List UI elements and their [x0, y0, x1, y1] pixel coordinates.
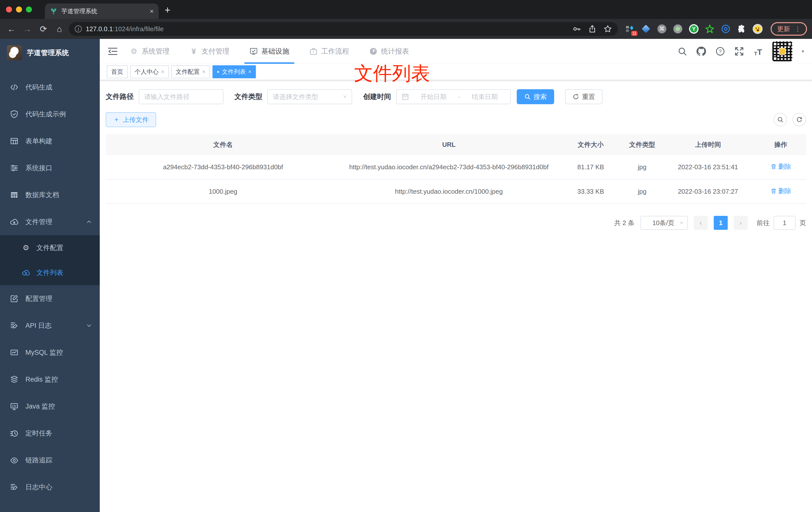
sidebar-item-label: 定时任务: [25, 429, 52, 438]
tab-close-icon[interactable]: ×: [150, 7, 154, 15]
nav-workflow[interactable]: 工作流程: [309, 39, 349, 64]
bookmark-star-icon[interactable]: [604, 25, 612, 33]
sidebar-item-api-log[interactable]: API 日志: [0, 312, 100, 339]
extension-badge: 11: [631, 31, 637, 36]
select-placeholder: 请选择文件类型: [273, 92, 343, 101]
avatar[interactable]: [772, 41, 792, 61]
column-header-url: URL: [340, 134, 557, 155]
top-nav: ⚙ 系统管理 ¥ 支付管理 基础设施: [130, 39, 409, 64]
date-range-picker[interactable]: 开始日期 - 结束日期: [396, 89, 511, 104]
nav-reports[interactable]: 统计报表: [369, 39, 409, 64]
sidebar-item-file-management[interactable]: 文件管理: [0, 208, 100, 235]
sidebar-item-redis-monitor[interactable]: Redis 监控: [0, 366, 100, 393]
fullscreen-icon[interactable]: [734, 47, 744, 56]
tag-close-icon[interactable]: ×: [248, 68, 251, 75]
goto-page-input[interactable]: [774, 216, 795, 230]
page-number-active[interactable]: 1: [714, 216, 728, 230]
y-logo-extension-icon[interactable]: Y: [689, 24, 699, 34]
sidebar-item-code-generation[interactable]: 代码生成: [0, 74, 100, 101]
close-window-button[interactable]: [6, 6, 12, 12]
calendar-icon: [402, 93, 409, 100]
tab-manager-extension-icon[interactable]: 11: [625, 24, 635, 34]
forward-icon[interactable]: →: [21, 23, 34, 35]
collapse-sidebar-icon[interactable]: [108, 47, 119, 56]
end-date-placeholder[interactable]: 结束日期: [464, 92, 505, 101]
nav-payment-management[interactable]: ¥ 支付管理: [190, 39, 229, 64]
delete-button[interactable]: 删除: [770, 186, 791, 196]
tag-close-icon[interactable]: ×: [202, 68, 205, 75]
password-key-icon[interactable]: [573, 25, 581, 33]
reset-button[interactable]: 重置: [565, 89, 603, 104]
recorder-extension-icon[interactable]: [673, 24, 683, 34]
cell-file-size: 33.33 KB: [557, 180, 624, 203]
share-icon[interactable]: [588, 25, 597, 33]
tag-file-config[interactable]: 文件配置 ×: [171, 65, 210, 78]
sidebar-item-form-builder[interactable]: 表单构建: [0, 128, 100, 155]
search-button[interactable]: 搜索: [517, 89, 554, 104]
sidebar-logo[interactable]: 芋道管理系统: [0, 39, 100, 67]
sidebar-item-log-center[interactable]: 日志中心: [0, 474, 100, 501]
sidebar-item-label: 代码生成示例: [25, 110, 66, 119]
font-size-icon[interactable]: TT: [753, 47, 763, 56]
sidebar-item-file-config[interactable]: ⚙ 文件配置: [0, 235, 100, 260]
sidebar-item-db-doc[interactable]: 数据库文档: [0, 181, 100, 208]
header-actions: ? TT ▾: [677, 41, 804, 61]
start-date-placeholder[interactable]: 开始日期: [413, 92, 454, 101]
refresh-table-button[interactable]: [792, 113, 806, 126]
browser-update-button[interactable]: 更新 ⋮: [771, 22, 807, 36]
github-icon[interactable]: [697, 47, 706, 56]
sidebar-item-system-api[interactable]: 系统接口: [0, 155, 100, 181]
sidebar-item-mysql-monitor[interactable]: MySQL 监控: [0, 339, 100, 366]
sidebar-item-file-list[interactable]: 文件列表: [0, 260, 100, 285]
avatar-caret-icon[interactable]: ▾: [802, 49, 804, 54]
nav-infrastructure[interactable]: 基础设施: [250, 39, 289, 64]
new-tab-button[interactable]: +: [165, 3, 170, 17]
minimize-window-button[interactable]: [16, 6, 22, 12]
sidebar-item-code-example[interactable]: 代码生成示例: [0, 101, 100, 128]
zoom-window-button[interactable]: [26, 6, 32, 12]
tag-close-icon[interactable]: ×: [161, 68, 164, 75]
search-label: 搜索: [534, 92, 547, 101]
search-icon[interactable]: [677, 47, 687, 56]
gear-icon: ⚙: [130, 47, 138, 56]
shield-check-icon: [10, 110, 19, 118]
nav-system-management[interactable]: ⚙ 系统管理: [130, 39, 170, 64]
cell-upload-time: 2022-03-16 23:07:27: [660, 180, 756, 203]
tag-profile[interactable]: 个人中心 ×: [130, 65, 169, 78]
site-info-icon[interactable]: i: [75, 25, 82, 32]
eye-extension-icon[interactable]: [721, 24, 731, 34]
home-icon[interactable]: ⌂: [53, 23, 66, 35]
sidebar-item-config-management[interactable]: 配置管理: [0, 285, 100, 312]
command-extension-icon[interactable]: ⌘: [657, 24, 667, 34]
total-count: 共 2 条: [614, 219, 634, 227]
tag-file-list[interactable]: ● 文件列表 ×: [212, 65, 256, 78]
toggle-search-button[interactable]: [774, 113, 787, 126]
page-size-select[interactable]: 10条/页 ˅: [640, 216, 688, 230]
window-controls[interactable]: [0, 0, 38, 19]
sidebar-item-tracing[interactable]: 链路追踪: [0, 447, 100, 474]
profile-avatar-icon[interactable]: [753, 24, 763, 34]
refresh-icon: [573, 93, 579, 100]
browser-tab[interactable]: 芋道管理系统 ×: [45, 3, 158, 19]
cell-file-url: http://test.yudao.iocoder.cn/1000.jpeg: [340, 180, 557, 203]
puzzle-extensions-icon[interactable]: [737, 24, 747, 34]
tag-home[interactable]: 首页: [107, 65, 128, 78]
help-icon[interactable]: ?: [716, 47, 725, 56]
next-page-button[interactable]: ›: [734, 216, 748, 230]
kite-extension-icon[interactable]: [641, 24, 651, 34]
address-bar[interactable]: i 127.0.0.1:1024/infra/file/file: [69, 22, 618, 36]
sidebar-item-scheduled-jobs[interactable]: 定时任务: [0, 420, 100, 447]
date-separator: -: [458, 93, 460, 101]
sidebar-item-java-monitor[interactable]: Java 监控: [0, 393, 100, 420]
column-header-time: 上传时间: [660, 134, 756, 155]
upload-file-button[interactable]: + 上传文件: [106, 112, 156, 127]
delete-button[interactable]: 删除: [770, 161, 791, 172]
reload-icon[interactable]: ⟳: [37, 23, 50, 35]
file-path-input[interactable]: [139, 89, 224, 104]
tag-label: 首页: [111, 68, 123, 76]
green-star-extension-icon[interactable]: [705, 24, 715, 34]
file-type-select[interactable]: 请选择文件类型 ˅: [267, 89, 352, 104]
browser-menu-icon[interactable]: ⋮: [794, 25, 802, 33]
back-icon[interactable]: ←: [5, 23, 18, 35]
prev-page-button[interactable]: ‹: [694, 216, 708, 230]
